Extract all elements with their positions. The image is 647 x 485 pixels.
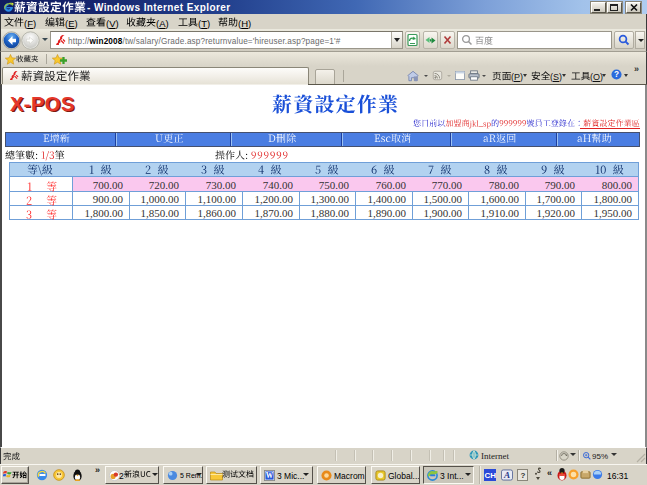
svg-text:A: A — [503, 470, 510, 480]
svg-text:W: W — [266, 471, 274, 480]
svg-text:?: ? — [614, 70, 619, 79]
